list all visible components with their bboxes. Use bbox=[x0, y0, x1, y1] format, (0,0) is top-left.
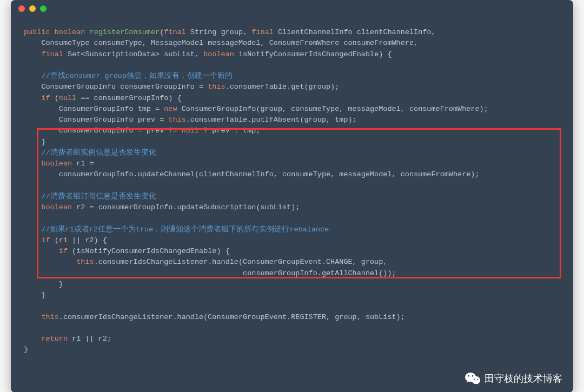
code-text: } bbox=[24, 346, 28, 354]
watermark: 田守枝的技术博客 bbox=[465, 371, 562, 386]
code-text: consumerGroupInfo.updateChannel(clientCh… bbox=[59, 170, 480, 178]
code-text: ( bbox=[50, 94, 59, 102]
code-text: ConsumeType consumeType, MessageModel me… bbox=[41, 39, 418, 47]
code-text: .consumerTable.get(group); bbox=[225, 83, 340, 91]
code-text: ConsumerGroupInfo tmp = bbox=[59, 105, 164, 113]
keyword-boolean: boolean bbox=[41, 160, 72, 168]
keyword-boolean: boolean bbox=[55, 28, 85, 36]
keyword-if: if bbox=[41, 236, 50, 244]
comment: //消费者组实例信息是否发生变化 bbox=[41, 149, 156, 157]
titlebar bbox=[11, 0, 573, 17]
keyword-null: null bbox=[59, 94, 76, 102]
code-text: (isNotifyConsumerIdsChangedEnable) { bbox=[68, 247, 230, 255]
keyword-if: if bbox=[41, 94, 50, 102]
svg-point-3 bbox=[472, 376, 480, 384]
code-text: ConsumerGroupInfo prev = bbox=[59, 116, 169, 124]
keyword-new: new bbox=[164, 105, 177, 113]
keyword-final: final bbox=[251, 28, 274, 36]
code-content: public boolean registerConsumer(final St… bbox=[11, 17, 573, 392]
code-text: ? prev : tmp; bbox=[199, 127, 260, 135]
close-icon[interactable] bbox=[18, 5, 25, 12]
svg-point-4 bbox=[468, 375, 469, 377]
minimize-icon[interactable] bbox=[29, 5, 36, 12]
wechat-icon bbox=[465, 371, 480, 386]
keyword-this: this bbox=[168, 116, 185, 124]
code-text: ConsumerGroupInfo consumerGroupInfo = bbox=[41, 83, 208, 91]
code-text: .consumerTable.putIfAbsent(group, tmp); bbox=[186, 116, 357, 124]
code-text: } bbox=[59, 280, 63, 288]
comment: //消费者组订阅信息是否发生变化 bbox=[41, 192, 156, 201]
code-text: .consumerIdsChangeListener.handle(Consum… bbox=[94, 258, 388, 266]
type-string: String bbox=[190, 28, 217, 36]
maximize-icon[interactable] bbox=[40, 5, 47, 12]
method-name: registerConsumer bbox=[90, 28, 160, 36]
code-text: r1 = bbox=[72, 160, 94, 168]
keyword-public: public bbox=[24, 28, 50, 36]
code-text: ClientChannelInfo clientChannelInfo, bbox=[278, 28, 436, 36]
code-text: consumerGroupInfo.getAllChannel()); bbox=[243, 269, 396, 277]
comment: //查找consumer group信息，如果没有，创建一个新的 bbox=[41, 72, 233, 80]
svg-point-6 bbox=[474, 379, 475, 380]
code-text: } bbox=[41, 291, 45, 299]
keyword-final: final bbox=[164, 28, 186, 36]
code-text: .consumerIdsChangeListener.handle(Consum… bbox=[59, 313, 405, 321]
svg-point-5 bbox=[472, 375, 474, 377]
keyword-this: this bbox=[208, 83, 225, 91]
keyword-boolean: boolean bbox=[41, 203, 72, 211]
comment: //如果r1或者r2任意一个为true，则通知这个消费者组下的所有实例进行reb… bbox=[41, 225, 329, 234]
code-text: group, bbox=[221, 28, 248, 36]
code-text: } bbox=[41, 138, 45, 146]
keyword-null: null bbox=[182, 127, 199, 135]
code-text: r1 || r2; bbox=[68, 335, 111, 343]
code-text: consumerGroupInfo = prev != bbox=[59, 127, 182, 135]
keyword-return: return bbox=[41, 335, 68, 343]
code-window: public boolean registerConsumer(final St… bbox=[11, 0, 573, 392]
code-text: == consumerGroupInfo) { bbox=[76, 94, 181, 102]
code-text: Set<SubscriptionData> subList, bbox=[68, 50, 199, 58]
keyword-if: if bbox=[59, 247, 68, 255]
code-text: r2 = consumerGroupInfo.updateSubscriptio… bbox=[72, 203, 300, 211]
code-text: ConsumerGroupInfo(group, consumeType, me… bbox=[177, 105, 488, 113]
code-text: (r1 || r2) { bbox=[50, 236, 107, 244]
svg-point-7 bbox=[477, 379, 478, 380]
keyword-final: final bbox=[41, 50, 63, 58]
watermark-text: 田守枝的技术博客 bbox=[485, 372, 562, 385]
code-text: isNotifyConsumerIdsChangedEnable) { bbox=[238, 50, 392, 58]
keyword-boolean: boolean bbox=[203, 50, 234, 58]
keyword-this: this bbox=[76, 258, 94, 266]
keyword-this: this bbox=[41, 313, 58, 321]
